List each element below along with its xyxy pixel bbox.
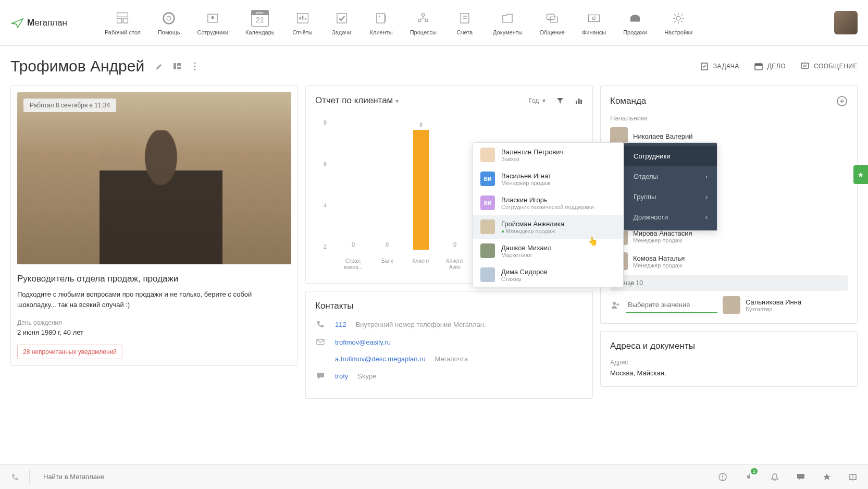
nav-Продажи[interactable]: Продажи bbox=[616, 7, 654, 39]
phone-footer-icon[interactable] bbox=[10, 472, 20, 482]
edit-icon[interactable] bbox=[155, 62, 164, 71]
svg-point-33 bbox=[194, 69, 196, 70]
svg-rect-37 bbox=[801, 63, 809, 68]
nav-Отчёты[interactable]: Отчёты bbox=[284, 7, 321, 39]
svg-rect-25 bbox=[589, 15, 600, 21]
profile-photo: Работал 8 сентября в 11:34 bbox=[17, 92, 291, 264]
layout-icon[interactable] bbox=[172, 62, 182, 71]
bday-label: День рождения bbox=[17, 319, 291, 326]
logo-icon bbox=[10, 17, 24, 29]
svg-rect-1 bbox=[117, 18, 122, 23]
phone-icon bbox=[315, 320, 326, 329]
employee-option[interactable]: ВИВасильев ИгнатМенеджер продаж bbox=[473, 167, 623, 191]
nav-Рабочий стол[interactable]: Рабочий стол bbox=[97, 7, 148, 39]
svg-rect-41 bbox=[578, 99, 580, 104]
nav-Процессы[interactable]: Процессы bbox=[403, 7, 444, 39]
bar-2: 8 bbox=[409, 121, 433, 250]
skype-id[interactable]: trofy bbox=[335, 372, 348, 380]
address-value: Москва, Майская, bbox=[610, 369, 848, 377]
cursor-icon: 👆 bbox=[588, 236, 598, 246]
nav-Счета[interactable]: Счета bbox=[447, 7, 483, 39]
nav-Помощь[interactable]: Помощь bbox=[151, 7, 188, 39]
nav-Сотрудники[interactable]: Сотрудники bbox=[190, 7, 235, 39]
bosses-label: Начальники bbox=[610, 114, 848, 122]
phone-number[interactable]: 112 bbox=[335, 321, 346, 328]
logo-text: Мегаплан bbox=[27, 18, 67, 28]
nav-Клиенты[interactable]: Клиенты bbox=[363, 7, 400, 39]
svg-rect-11 bbox=[337, 13, 346, 22]
bell-icon[interactable] bbox=[770, 472, 779, 482]
logo[interactable]: Мегаплан bbox=[10, 17, 67, 29]
deal-button[interactable]: ДЕЛО bbox=[754, 62, 786, 71]
chart-icon[interactable] bbox=[575, 96, 583, 105]
bar-1: 0 bbox=[375, 241, 399, 250]
employee-option[interactable]: Дима СидоровСтажер bbox=[473, 263, 623, 287]
category-option[interactable]: Отделы› bbox=[624, 166, 717, 187]
more-icon[interactable] bbox=[190, 62, 200, 71]
contacts-card: Контакты 112 Внутренний номер телефонии … bbox=[305, 291, 593, 399]
top-nav: Мегаплан Рабочий столПомощьСотрудникисен… bbox=[0, 0, 868, 46]
email-2-note: Мегапочта bbox=[435, 355, 468, 363]
fire-icon[interactable] bbox=[744, 471, 753, 482]
address-label: Адрес bbox=[610, 359, 848, 366]
employee-option[interactable]: Валентин ПетровичЗавхоз bbox=[473, 143, 623, 167]
email-1[interactable]: trofimov@easily.ru bbox=[335, 338, 391, 346]
svg-point-32 bbox=[194, 66, 196, 67]
nav-Задачи[interactable]: Задачи bbox=[324, 7, 360, 39]
page-header: Трофимов Андрей ЗАДАЧА ДЕЛО СООБЩЕНИЕ bbox=[10, 57, 858, 75]
employee-option[interactable]: ВИВласкин ИгорьСотрудник технической под… bbox=[473, 191, 623, 215]
message-button[interactable]: СООБЩЕНИЕ bbox=[800, 62, 858, 71]
employee-option[interactable]: Дашков МихаилМаркетолог bbox=[473, 239, 623, 263]
unread-badge[interactable]: 28 непрочитанных уведомлений bbox=[17, 345, 122, 359]
profile-card: Работал 8 сентября в 11:34 Руководитель … bbox=[10, 85, 298, 366]
svg-rect-29 bbox=[177, 63, 181, 66]
filter-icon[interactable] bbox=[556, 96, 564, 105]
svg-point-17 bbox=[425, 19, 428, 21]
svg-rect-40 bbox=[576, 101, 577, 104]
avatar[interactable] bbox=[834, 11, 858, 34]
nav-Документы[interactable]: Документы bbox=[486, 7, 530, 39]
category-option[interactable]: Сотрудники bbox=[624, 146, 717, 166]
svg-rect-28 bbox=[173, 63, 176, 69]
page-title: Трофимов Андрей bbox=[10, 57, 144, 75]
range-select[interactable]: Год ▾ bbox=[529, 97, 545, 104]
messages-icon[interactable] bbox=[796, 472, 805, 482]
bar-3: 0 bbox=[443, 241, 467, 250]
role-title: Руководитель отдела продаж, продажи bbox=[17, 274, 291, 284]
svg-point-15 bbox=[422, 13, 425, 16]
more-link[interactable]: ть еще 10 bbox=[610, 275, 848, 291]
email-icon bbox=[315, 337, 326, 347]
employee-option[interactable]: Гройсман Анжелика● Менеджер продаж bbox=[473, 215, 623, 239]
team-member[interactable]: Сальникова ИннаБухгалтер bbox=[723, 296, 842, 314]
report-title[interactable]: Отчет по клиентам ▾ bbox=[315, 95, 399, 106]
employee-dropdown: Валентин ПетровичЗавхозВИВасильев ИгнатМ… bbox=[473, 142, 624, 287]
add-employee-input[interactable] bbox=[626, 298, 717, 313]
category-option[interactable]: Должности› bbox=[624, 207, 717, 227]
footer-bar bbox=[0, 464, 868, 489]
email-2[interactable]: a.trofimov@desc.megaplan.ru bbox=[335, 355, 426, 363]
address-title: Адреса и документы bbox=[610, 341, 848, 351]
svg-point-48 bbox=[613, 302, 616, 305]
svg-rect-43 bbox=[317, 339, 324, 345]
svg-point-54 bbox=[774, 479, 776, 481]
nav-Настройки[interactable]: Настройки bbox=[657, 7, 700, 39]
add-icon[interactable] bbox=[836, 95, 848, 107]
svg-rect-0 bbox=[117, 13, 128, 17]
info-icon[interactable] bbox=[718, 472, 727, 482]
svg-point-53 bbox=[722, 479, 723, 480]
svg-rect-12 bbox=[377, 13, 385, 22]
category-dropdown: СотрудникиОтделы›Группы›Должности› bbox=[624, 142, 717, 231]
address-card: Адреса и документы Адрес Москва, Майская… bbox=[600, 331, 858, 387]
bday-value: 2 июня 1980 г, 40 лет bbox=[17, 328, 291, 336]
nav-Финансы[interactable]: Финансы bbox=[575, 7, 613, 39]
nav-Общение[interactable]: Общение bbox=[532, 7, 572, 39]
task-button[interactable]: ЗАДАЧА bbox=[700, 62, 739, 71]
book-icon[interactable] bbox=[848, 472, 858, 482]
star-icon[interactable] bbox=[822, 472, 832, 482]
nav-Календарь[interactable]: сент21Календарь bbox=[238, 7, 282, 39]
chat-icon bbox=[315, 371, 326, 381]
side-tab[interactable]: ★ bbox=[853, 165, 868, 184]
team-member[interactable]: Комова НатальяМенеджер продаж bbox=[610, 252, 730, 270]
category-option[interactable]: Группы› bbox=[624, 187, 717, 207]
search-input[interactable] bbox=[39, 469, 508, 485]
